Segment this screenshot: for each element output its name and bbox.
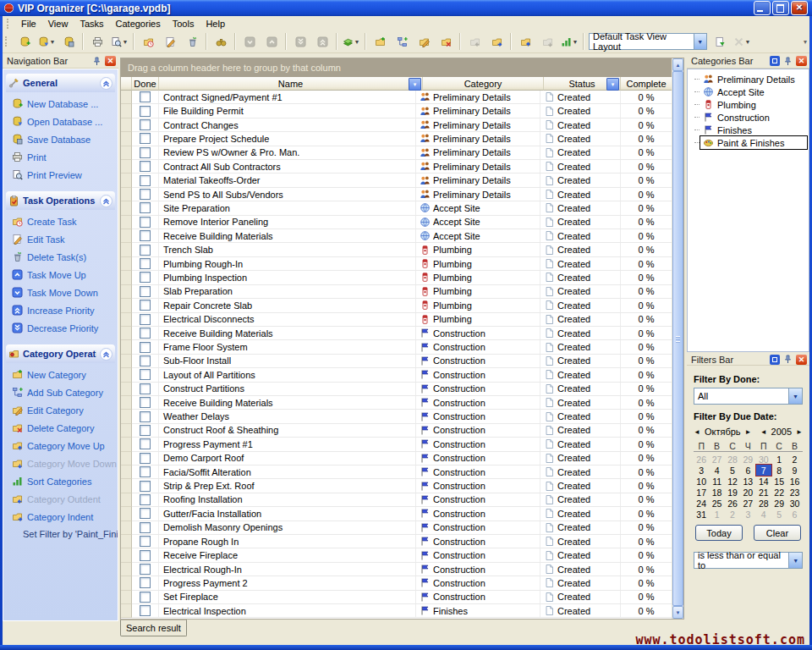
done-cell[interactable] <box>132 104 159 117</box>
table-row[interactable]: Demolish Masonry Openings Construction C… <box>121 521 672 535</box>
table-row[interactable]: Gutter/Facia Installation Construction C… <box>121 507 672 521</box>
table-row[interactable]: Sub-Floor Install Construction Created 0… <box>121 355 672 368</box>
table-row[interactable]: Demo Carport Roof Construction Created 0… <box>121 452 672 465</box>
calendar-day[interactable]: 30 <box>756 454 771 465</box>
nav-item[interactable]: Edit Category <box>12 405 113 416</box>
done-checkbox[interactable] <box>140 425 151 436</box>
maximize-panel-icon[interactable] <box>770 355 780 365</box>
done-cell[interactable] <box>132 160 159 173</box>
table-row[interactable]: Contract All Sub Contractors Preliminary… <box>121 160 672 174</box>
calendar-day[interactable]: 11 <box>709 476 724 487</box>
done-cell[interactable] <box>132 271 159 284</box>
calendar-day[interactable]: 18 <box>709 487 724 498</box>
done-cell[interactable] <box>132 327 159 339</box>
calendar-day[interactable]: 19 <box>725 487 740 498</box>
done-cell[interactable] <box>132 452 159 465</box>
task-name-cell[interactable]: Receive Building Materials <box>159 396 416 409</box>
view-layout-button[interactable]: ▼ <box>340 31 362 52</box>
done-cell[interactable] <box>132 493 159 506</box>
task-name-cell[interactable]: Construct Partitions <box>159 383 416 395</box>
done-checkbox[interactable] <box>140 564 151 575</box>
calendar-day[interactable]: 10 <box>694 476 709 487</box>
task-name-cell[interactable]: Contract All Sub Contractors <box>159 160 416 173</box>
save-layout-button[interactable] <box>709 31 731 52</box>
done-cell[interactable] <box>132 396 159 409</box>
table-row[interactable]: Plumbing Inspection Plumbing Created 0 % <box>121 271 672 284</box>
open-database-button[interactable]: ▼ <box>36 31 58 52</box>
today-button[interactable]: Today <box>695 525 743 541</box>
category-move-up-button[interactable] <box>514 31 536 52</box>
menu-categories[interactable]: Categories <box>110 18 167 30</box>
table-row[interactable]: Site Preparation Accept Site Created 0 % <box>121 201 672 215</box>
done-checkbox[interactable] <box>140 481 151 492</box>
category-column-header[interactable]: Category <box>423 77 544 91</box>
search-result-tab[interactable]: Search result <box>120 620 187 636</box>
done-checkbox[interactable] <box>140 522 151 533</box>
calendar-day[interactable]: 24 <box>694 498 709 509</box>
menu-help[interactable]: Help <box>200 18 231 30</box>
done-checkbox[interactable] <box>140 133 151 144</box>
task-name-cell[interactable]: Electrical Rough-In <box>159 563 416 576</box>
table-row[interactable]: Progress Payment 2 Construction Created … <box>121 576 672 590</box>
calendar-day[interactable]: 26 <box>694 454 709 465</box>
table-row[interactable]: File Building Permit Preliminary Details… <box>121 104 672 118</box>
calendar-day[interactable]: 13 <box>740 476 755 487</box>
done-checkbox[interactable] <box>140 300 151 311</box>
table-row[interactable]: Receive Building Materials Construction … <box>121 327 672 340</box>
done-cell[interactable] <box>132 201 159 214</box>
delete-category-button[interactable] <box>435 31 457 52</box>
done-cell[interactable] <box>132 521 159 534</box>
pin-icon[interactable] <box>782 56 793 67</box>
add-sub-category-button[interactable] <box>391 31 413 52</box>
calendar-day[interactable]: 22 <box>771 487 787 498</box>
create-task-button[interactable] <box>137 31 159 52</box>
nav-item[interactable]: Edit Task <box>12 234 113 245</box>
table-row[interactable]: Electrical Rough-In Construction Created… <box>121 563 672 576</box>
next-month-icon[interactable]: ► <box>745 428 752 436</box>
nav-item[interactable]: Print <box>12 151 113 162</box>
nav-item[interactable]: Category Indent <box>12 511 113 522</box>
task-name-cell[interactable]: Material Takeoffs-Order <box>159 174 416 186</box>
vertical-scrollbar[interactable]: ▲ ▼ <box>672 58 683 619</box>
chevron-down-icon[interactable]: ▼ <box>50 39 56 45</box>
task-name-cell[interactable]: Frame Floor System <box>159 340 416 353</box>
done-checkbox[interactable] <box>140 342 151 353</box>
scrollbar-thumb[interactable] <box>672 71 683 606</box>
table-row[interactable]: Trench Slab Plumbing Created 0 % <box>121 243 672 256</box>
calendar-day[interactable]: 29 <box>740 454 755 465</box>
done-cell[interactable] <box>132 604 159 617</box>
collapse-icon[interactable] <box>100 195 112 207</box>
calendar-day[interactable]: 29 <box>771 498 787 509</box>
table-row[interactable]: Slab Preparation Plumbing Created 0 % <box>121 285 672 299</box>
done-cell[interactable] <box>132 383 159 395</box>
table-row[interactable]: Roofing Installation Construction Create… <box>121 493 672 507</box>
calendar-day[interactable]: 27 <box>740 498 755 509</box>
task-name-cell[interactable]: Electrical Inspection <box>159 604 416 617</box>
done-cell[interactable] <box>132 563 159 576</box>
table-row[interactable]: Propane Rough In Construction Created 0 … <box>121 535 672 548</box>
nav-item[interactable]: New Category <box>12 369 113 380</box>
calendar-day[interactable]: 27 <box>709 454 724 465</box>
done-cell[interactable] <box>132 591 159 603</box>
done-cell[interactable] <box>132 243 159 256</box>
done-checkbox[interactable] <box>140 383 151 394</box>
task-name-cell[interactable]: Electrical Disconnects <box>159 313 416 326</box>
done-cell[interactable] <box>132 368 159 381</box>
done-checkbox[interactable] <box>140 508 151 519</box>
table-row[interactable]: Review PS w/Owner & Pro. Man. Preliminar… <box>121 146 672 160</box>
calendar-day[interactable]: 1 <box>709 509 724 520</box>
done-checkbox[interactable] <box>140 494 151 505</box>
task-name-cell[interactable]: Contract Signed/Payment #1 <box>159 91 416 103</box>
task-name-cell[interactable]: Roofing Installation <box>159 493 416 506</box>
task-name-cell[interactable]: Demolish Masonry Openings <box>159 521 416 534</box>
table-row[interactable]: Construct Partitions Construction Create… <box>121 383 672 396</box>
table-row[interactable]: Electrical Disconnects Plumbing Created … <box>121 313 672 327</box>
task-name-cell[interactable]: Repair Concrete Slab <box>159 299 416 311</box>
task-name-cell[interactable]: Site Preparation <box>159 201 416 214</box>
calendar-day[interactable]: 20 <box>740 487 755 498</box>
task-name-cell[interactable]: Prepare Project Schedule <box>159 132 416 145</box>
close-button[interactable]: ✕ <box>791 1 808 15</box>
task-name-cell[interactable]: Progress Payment 2 <box>159 576 416 589</box>
nav-item[interactable]: Set Filter by 'Paint_Finishes' <box>12 529 113 539</box>
status-filter-icon[interactable]: ▼ <box>606 78 619 91</box>
